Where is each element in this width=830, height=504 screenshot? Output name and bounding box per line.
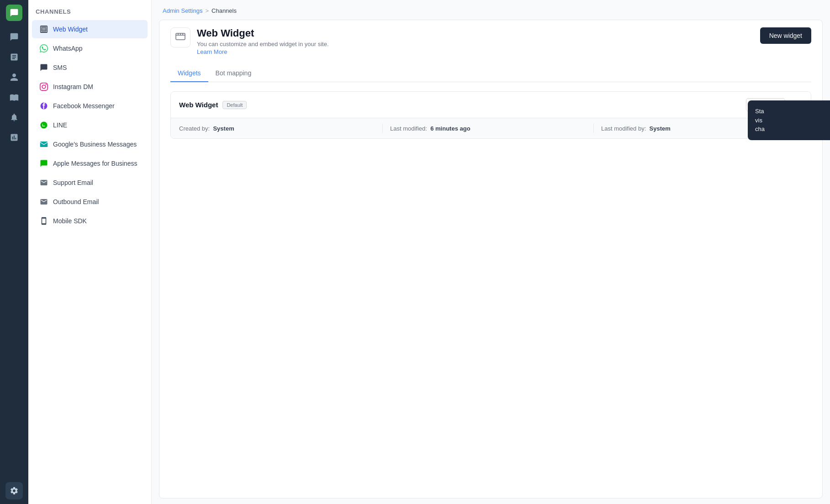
breadcrumb-separator: > — [205, 7, 209, 14]
page-header: Web Widget You can customize and embed w… — [170, 27, 811, 56]
sidebar-item-whatsapp[interactable]: WhatsApp — [32, 39, 148, 58]
page-header-text: Web Widget You can customize and embed w… — [197, 27, 329, 56]
sidebar-item-label: Facebook Messenger — [53, 102, 115, 110]
sidebar: Channels Web Widget WhatsApp SMS Instagr… — [28, 0, 152, 504]
sidebar-item-label: WhatsApp — [53, 45, 83, 52]
sidebar-item-label: Instagram DM — [53, 83, 93, 90]
app-logo[interactable] — [6, 5, 22, 21]
sidebar-item-line[interactable]: LINE — [32, 116, 148, 134]
page-title: Web Widget — [197, 27, 329, 39]
sidebar-item-google-business[interactable]: Google's Business Messages — [32, 135, 148, 153]
sidebar-item-label: Web Widget — [53, 26, 88, 33]
tab-widgets[interactable]: Widgets — [170, 65, 208, 82]
page-subtitle: You can customize and embed widget in yo… — [197, 41, 329, 47]
widget-name: Web Widget — [179, 101, 218, 109]
sidebar-item-sms[interactable]: SMS — [32, 58, 148, 77]
nav-reports[interactable] — [5, 48, 23, 66]
mobile-icon — [39, 216, 48, 226]
last-modified-by-value: System — [650, 125, 671, 132]
created-by-value: System — [213, 125, 234, 132]
tab-bot-mapping[interactable]: Bot mapping — [208, 65, 259, 82]
widget-icon — [39, 25, 48, 34]
nav-contacts[interactable] — [5, 68, 23, 86]
sidebar-item-label: Apple Messages for Business — [53, 160, 137, 167]
sidebar-item-label: Mobile SDK — [53, 217, 87, 225]
tooltip-panel: Stavischa — [748, 100, 830, 140]
sidebar-item-support-email[interactable]: Support Email — [32, 173, 148, 192]
sidebar-item-facebook[interactable]: Facebook Messenger — [32, 97, 148, 115]
breadcrumb: Admin Settings > Channels — [152, 0, 830, 14]
created-by-meta: Created by: System — [179, 125, 381, 132]
default-badge: Default — [222, 101, 247, 109]
sidebar-item-label: Support Email — [53, 179, 93, 186]
page-area: Web Widget You can customize and embed w… — [159, 20, 823, 499]
sidebar-item-mobile-sdk[interactable]: Mobile SDK — [32, 212, 148, 230]
page-header-left: Web Widget You can customize and embed w… — [170, 27, 329, 56]
sidebar-item-web-widget[interactable]: Web Widget — [32, 20, 148, 38]
nav-notifications[interactable] — [5, 109, 23, 126]
nav-analytics[interactable] — [5, 129, 23, 146]
sidebar-item-label: LINE — [53, 121, 67, 129]
sidebar-item-label: Google's Business Messages — [53, 141, 137, 148]
sidebar-item-label: Outbound Email — [53, 198, 99, 205]
page-header-icon — [170, 27, 190, 47]
nav-books[interactable] — [5, 89, 23, 106]
line-icon — [39, 121, 48, 130]
nav-bar — [0, 0, 28, 504]
instagram-icon — [39, 82, 48, 91]
meta-divider-2 — [593, 124, 594, 133]
nav-conversations[interactable] — [5, 28, 23, 46]
sidebar-header: Channels — [28, 0, 151, 20]
apple-icon — [39, 159, 48, 168]
sidebar-item-label: SMS — [53, 64, 67, 71]
new-widget-button[interactable]: New widget — [760, 27, 811, 44]
sidebar-item-outbound-email[interactable]: Outbound Email — [32, 193, 148, 211]
last-modified-label: Last modified: — [390, 125, 427, 132]
sidebar-item-instagram[interactable]: Instagram DM — [32, 78, 148, 96]
tabs: Widgets Bot mapping — [170, 65, 811, 82]
last-modified-value: 6 minutes ago — [430, 125, 470, 132]
tooltip-text: Stavischa — [755, 108, 765, 132]
widget-card-header: Web Widget Default Embed ⋮ — [171, 92, 811, 118]
breadcrumb-current: Channels — [211, 7, 237, 14]
facebook-icon — [39, 101, 48, 110]
whatsapp-icon — [39, 44, 48, 53]
sidebar-item-apple-messages[interactable]: Apple Messages for Business — [32, 154, 148, 173]
sms-icon — [39, 63, 48, 72]
outbound-email-icon — [39, 197, 48, 206]
last-modified-meta: Last modified: 6 minutes ago — [385, 125, 592, 132]
learn-more-link[interactable]: Learn More — [197, 48, 227, 55]
last-modified-by-label: Last modified by: — [601, 125, 646, 132]
svg-rect-2 — [40, 142, 48, 147]
support-email-icon — [39, 178, 48, 187]
google-icon — [39, 140, 48, 149]
widget-card-meta: Created by: System Last modified: 6 minu… — [171, 118, 811, 138]
widget-card: Web Widget Default Embed ⋮ Created by: S… — [170, 91, 811, 139]
main-content: Admin Settings > Channels Web Widget You… — [152, 0, 830, 504]
created-by-label: Created by: — [179, 125, 210, 132]
nav-settings[interactable] — [5, 482, 23, 499]
breadcrumb-parent[interactable]: Admin Settings — [163, 7, 202, 14]
widget-card-title: Web Widget Default — [179, 101, 247, 109]
meta-divider-1 — [382, 124, 383, 133]
